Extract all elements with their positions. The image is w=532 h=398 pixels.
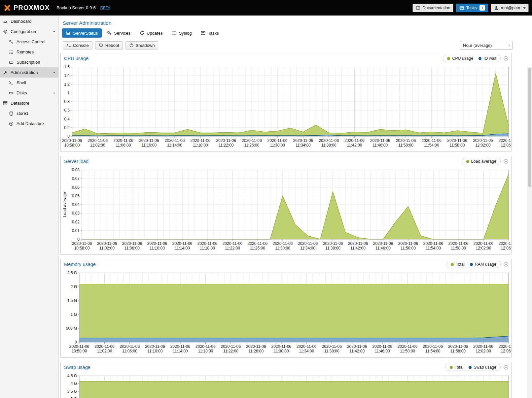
panel-title: Server load [64,159,462,164]
chevron-right-icon[interactable] [53,91,56,95]
svg-text:1.5 G: 1.5 G [67,298,77,303]
svg-text:2020-11-0611:06:00: 2020-11-0611:06:00 [120,344,140,353]
svg-text:4.5 G: 4.5 G [67,374,77,378]
tab-label: Syslog [179,31,192,36]
chevron-down-icon[interactable] [53,71,56,74]
swap-usage-panel: Swap usage Total Swap usage 0500 M1 G1.5 [60,362,512,398]
tab-syslog[interactable]: Syslog [168,28,195,38]
sidebar-item-disks[interactable]: Disks [0,88,58,98]
svg-text:Load average: Load average [62,192,67,217]
legend-item-io-wait[interactable]: IO wait [479,56,496,61]
tab-services[interactable]: Services [103,28,134,38]
legend-dot [450,366,453,369]
user-menu-button[interactable]: root@pam [491,4,529,12]
list-icon [9,50,14,54]
archive-box-icon [3,101,8,106]
chevron-down-icon[interactable] [53,30,56,33]
svg-text:500 M: 500 M [66,326,77,331]
sidebar-item-datastore[interactable]: Datastore [0,98,58,108]
svg-text:2020-11-0611:38:00: 2020-11-0611:38:00 [319,138,339,148]
sidebar-item-access-control[interactable]: Access Control [0,37,58,47]
legend-item-total[interactable]: Total [451,262,464,267]
legend-dot [466,160,469,163]
sidebar-item-label: Subscription [17,60,40,65]
legend-item-ram-usage[interactable]: RAM usage [470,262,496,267]
svg-text:2020-11-0611:54:00: 2020-11-0611:54:00 [421,138,442,148]
sidebar-item-store1[interactable]: store1 [0,108,58,118]
sidebar-item-label: Shell [17,80,26,85]
svg-text:0.07: 0.07 [72,176,80,181]
shutdown-button[interactable]: Shutdown [125,41,159,50]
documentation-button[interactable]: Documentation [412,4,453,12]
gear-icon [3,29,8,34]
memory-usage-panel: Memory usage Total RAM usage 0500 M1 G1. [60,259,512,358]
svg-text:2020-11-0611:14:00: 2020-11-0611:14:00 [172,241,193,250]
server-load-chart: 00.010.020.030.040.050.060.070.082020-11… [61,167,511,254]
server-load-legend: Load average [462,158,501,165]
svg-text:0.8: 0.8 [64,99,70,104]
beta-link[interactable]: BETA [100,6,110,10]
vertical-scrollbar[interactable] [527,67,532,398]
sidebar-item-remotes[interactable]: Remotes [0,47,58,57]
sidebar-item-label: Add Datastore [17,121,44,126]
sidebar-item-add-datastore[interactable]: Add Datastore [0,118,58,129]
scrollbar-thumb[interactable] [528,68,531,187]
top-header: PROXMOX Backup Server 0.9-6 BETA Documen… [0,0,532,16]
svg-text:0.01: 0.01 [72,228,80,233]
legend-label: Total [456,262,464,267]
svg-text:2020-11-0612:06:00: 2020-11-0612:06:00 [499,138,511,148]
panel-header: CPU usage CPU usage IO wait [61,53,511,64]
svg-text:2020-11-0611:02:00: 2020-11-0611:02:00 [94,344,115,353]
tab-label: Updates [147,31,162,36]
svg-text:2020-11-0611:34:00: 2020-11-0611:34:00 [297,344,317,353]
toolbar: Console Reboot Shutdown Hour (average) [59,40,532,53]
console-button[interactable]: Console [63,41,92,50]
reboot-icon [99,43,103,48]
tasks-button[interactable]: Tasks 1 [456,4,488,12]
legend-item-cpu-usage[interactable]: CPU usage [447,56,473,61]
sidebar-item-dashboard[interactable]: Dashboard [0,16,58,26]
tab-label: ServerStatus [73,31,98,36]
console-label: Console [73,43,89,48]
tab-serverstatus[interactable]: ServerStatus [62,28,102,38]
svg-text:0.08: 0.08 [72,168,80,172]
sidebar-item-label: Remotes [17,50,34,54]
legend-item-total[interactable]: Total [450,365,463,370]
swap-usage-legend: Total Swap usage [445,364,501,371]
tab-tasks[interactable]: Tasks [197,28,223,38]
sidebar-item-shell[interactable]: Shell [0,78,58,88]
svg-text:0.2: 0.2 [64,125,70,130]
svg-text:2020-11-0611:30:00: 2020-11-0611:30:00 [267,138,288,148]
legend-item-swap-usage[interactable]: Swap usage [469,365,496,370]
tabbar: ServerStatus Services Updates Syslog Tas… [59,27,532,40]
brand: PROXMOX Backup Server 0.9-6 BETA [3,4,110,12]
list-icon [172,31,176,35]
power-icon [129,43,134,48]
tab-updates[interactable]: Updates [136,28,166,38]
user-label: root@pam [501,6,520,10]
svg-text:2020-11-0611:42:00: 2020-11-0611:42:00 [344,138,365,148]
svg-text:2020-11-0612:06:00: 2020-11-0612:06:00 [499,241,511,250]
panel-title: Memory usage [64,262,446,267]
sidebar-item-configuration[interactable]: Configuration [0,26,58,37]
collapse-panel-icon[interactable] [503,159,509,164]
sidebar-item-administration[interactable]: Administration [0,67,58,78]
svg-text:2020-11-0611:26:00: 2020-11-0611:26:00 [242,138,262,148]
documentation-label: Documentation [422,6,450,10]
svg-text:0.6: 0.6 [64,108,70,113]
legend-item-load-average[interactable]: Load average [466,159,496,164]
page-title: Server Administration [59,16,532,27]
legend-label: Swap usage [474,365,496,370]
sidebar-item-subscription[interactable]: Subscription [0,57,58,67]
svg-text:2020-11-0611:26:00: 2020-11-0611:26:00 [246,344,266,353]
header-actions: Documentation Tasks 1 root@pam [412,4,529,12]
reboot-button[interactable]: Reboot [95,41,123,50]
svg-text:2020-11-0611:10:00: 2020-11-0611:10:00 [147,241,167,250]
timeframe-select[interactable]: Hour (average) [460,41,513,50]
svg-text:2020-11-0612:06:00: 2020-11-0612:06:00 [499,344,511,353]
svg-text:1 G: 1 G [71,312,77,317]
collapse-panel-icon[interactable] [503,262,509,267]
collapse-panel-icon[interactable] [503,365,509,370]
timeframe-value: Hour (average) [460,43,506,48]
collapse-panel-icon[interactable] [503,56,509,61]
